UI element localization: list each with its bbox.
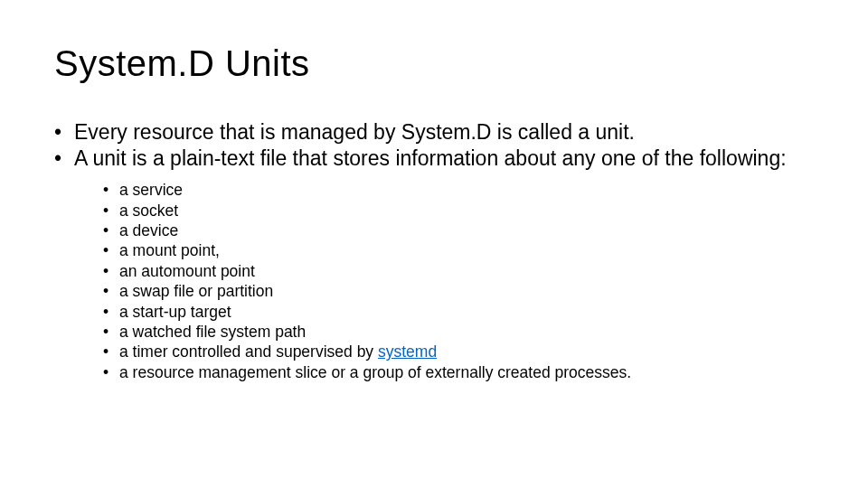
sub-bullet-item: • a device <box>103 221 814 240</box>
sub-bullet-item: • a timer controlled and supervised by s… <box>103 342 814 361</box>
sub-bullet-text: a device <box>119 221 814 240</box>
bullet-text: A unit is a plain-text file that stores … <box>74 146 814 171</box>
sub-bullet-text-prefix: a timer controlled and supervised by <box>119 343 378 361</box>
sub-bullet-text: a service <box>119 180 814 200</box>
sub-bullet-text: an automount point <box>119 261 814 281</box>
sub-bullet-item: • an automount point <box>103 261 814 281</box>
sub-bullet-text: a socket <box>119 201 814 221</box>
bullet-item: • A unit is a plain-text file that store… <box>54 146 814 171</box>
sub-bullet-text: a start-up target <box>119 302 814 322</box>
slide: System.D Units • Every resource that is … <box>0 0 868 488</box>
sub-bullet-text: a mount point, <box>119 240 814 260</box>
bullet-dot-icon: • <box>54 146 74 171</box>
bullet-dot-icon: • <box>103 201 119 221</box>
bullet-dot-icon: • <box>103 342 119 361</box>
bullet-dot-icon: • <box>103 221 119 240</box>
sub-bullet-text: a swap file or partition <box>119 281 814 301</box>
sub-bullet-text: a watched file system path <box>119 322 814 342</box>
bullet-dot-icon: • <box>103 362 119 382</box>
sub-bullet-text: a resource management slice or a group o… <box>119 362 814 382</box>
sub-bullet-item: • a resource management slice or a group… <box>103 362 814 382</box>
bullet-item: • Every resource that is managed by Syst… <box>54 120 814 145</box>
bullet-dot-icon: • <box>103 240 119 260</box>
sub-bullet-item: • a service <box>103 180 814 200</box>
sub-bullet-item: • a swap file or partition <box>103 281 814 301</box>
bullet-dot-icon: • <box>103 180 119 200</box>
slide-title: System.D Units <box>54 43 814 84</box>
sub-bullet-item: • a start-up target <box>103 302 814 322</box>
bullet-dot-icon: • <box>103 261 119 281</box>
sub-bullet-item: • a watched file system path <box>103 322 814 342</box>
bullet-dot-icon: • <box>103 322 119 342</box>
systemd-link[interactable]: systemd <box>378 343 437 361</box>
sub-bullet-list: • a service • a socket • a device • a mo… <box>103 180 814 382</box>
bullet-dot-icon: • <box>54 120 74 145</box>
bullet-text: Every resource that is managed by System… <box>74 120 814 145</box>
bullet-dot-icon: • <box>103 281 119 301</box>
sub-bullet-item: • a mount point, <box>103 240 814 260</box>
sub-bullet-item: • a socket <box>103 201 814 221</box>
bullet-dot-icon: • <box>103 302 119 322</box>
sub-bullet-text: a timer controlled and supervised by sys… <box>119 342 814 361</box>
